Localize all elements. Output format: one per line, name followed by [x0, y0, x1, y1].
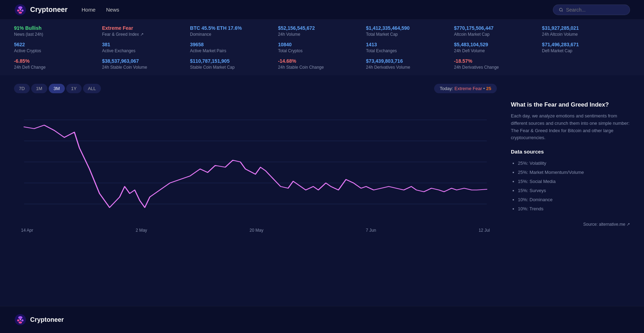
data-sources-list: 25%: Volatility 25%: Market Momentum/Vol…: [511, 159, 630, 213]
nav-home[interactable]: Home: [82, 7, 96, 13]
svg-point-18: [20, 319, 21, 320]
fear-greed-chart: [14, 99, 497, 225]
data-sources-title: Data sources: [511, 149, 630, 155]
fear-today-badge: Today: Extreme Fear • 25: [434, 84, 497, 93]
svg-line-7: [562, 11, 563, 11]
stat-altcoin-cap: $770,175,506,447 Altcoin Market Cap: [454, 25, 542, 37]
x-label-jun: 7 Jun: [366, 228, 376, 233]
stat-altcoin-volume: $31,927,285,021 24h Altcoin Volume: [542, 25, 630, 37]
logo-icon: [14, 4, 27, 16]
x-label-may20: 20 May: [249, 228, 263, 233]
stat-defi-change: -6.85% 24h Defi Change: [14, 58, 102, 70]
stat-fear-greed: Extreme Fear Fear & Greed Index ↗: [102, 25, 190, 37]
svg-point-16: [21, 319, 23, 321]
logo-area: Cryptoneer: [14, 4, 68, 16]
stat-active-cryptos: 5622 Active Cryptos: [14, 42, 102, 53]
search-bar[interactable]: [553, 5, 630, 15]
stat-defi-market-cap: $71,496,283,671 Defi Market Cap: [542, 42, 630, 53]
x-label-may2: 2 May: [136, 228, 147, 233]
source-volatility: 25%: Volatility: [518, 159, 630, 168]
svg-point-6: [560, 8, 562, 11]
time-btn-1y[interactable]: 1Y: [66, 84, 82, 93]
svg-point-5: [20, 9, 21, 11]
source-trends: 10%: Trends: [518, 204, 630, 213]
stat-total-cryptos: 10840 Total Cryptos: [278, 42, 366, 53]
time-btn-3m[interactable]: 3M: [49, 84, 65, 93]
source-link: Source: alternative.me ↗: [511, 222, 630, 227]
stat-bullish: 91% Bullish News (last 24h): [14, 25, 102, 37]
info-title: What is the Fear and Greed Index?: [511, 101, 630, 108]
search-icon: [559, 7, 563, 12]
svg-point-1: [18, 6, 22, 9]
stats-row-1: 91% Bullish News (last 24h) Extreme Fear…: [14, 25, 630, 37]
chart-container: [14, 99, 497, 225]
stat-active-market-pairs: 39658 Active Market Pairs: [190, 42, 278, 53]
time-controls: 7D 1M 3M 1Y ALL Today: Extreme Fear • 25: [14, 84, 497, 93]
footer-logo-icon: [14, 313, 27, 326]
stat-stable-change: -14.68% 24h Stable Coin Change: [278, 58, 366, 70]
x-axis-labels: 14 Apr 2 May 20 May 7 Jun 12 Jul: [14, 225, 497, 233]
svg-point-14: [18, 316, 22, 319]
navbar: Cryptoneer Home News: [0, 0, 644, 20]
stat-defi-volume: $5,483,104,529 24h Defi Volume: [454, 42, 542, 53]
nav-news[interactable]: News: [106, 7, 119, 13]
x-label-apr: 14 Apr: [21, 228, 33, 233]
search-input[interactable]: [566, 7, 624, 13]
source-dominance: 10%: Dominance: [518, 195, 630, 204]
stat-dominance: BTC 45.5% ETH 17.6% Dominance: [190, 25, 278, 37]
stats-section: 91% Bullish News (last 24h) Extreme Fear…: [0, 20, 644, 75]
stats-row-2: 5622 Active Cryptos 381 Active Exchanges…: [14, 42, 630, 53]
source-surveys: 15%: Surveys: [518, 186, 630, 195]
logo-text: Cryptoneer: [30, 6, 68, 14]
svg-point-2: [17, 9, 19, 12]
time-btn-1m[interactable]: 1M: [31, 84, 47, 93]
stat-deriv-change: -18.57% 24h Derivatives Change: [454, 58, 542, 70]
nav-links: Home News: [82, 7, 553, 13]
svg-point-4: [19, 12, 22, 14]
info-panel: What is the Fear and Greed Index? Each d…: [511, 84, 630, 233]
alternative-me-link[interactable]: Source: alternative.me ↗: [583, 222, 630, 227]
stat-stable-volume: $38,537,963,067 24h Stable Coin Volume: [102, 58, 190, 70]
info-description: Each day, we analyze emotions and sentim…: [511, 113, 630, 142]
stat-deriv-volume: $73,439,803,716 24h Derivatives Volume: [366, 58, 454, 70]
svg-point-3: [21, 9, 23, 12]
stat-stable-cap: $110,787,151,905 Stable Coin Market Cap: [190, 58, 278, 70]
stat-active-exchanges: 381 Active Exchanges: [102, 42, 190, 53]
chart-area: 7D 1M 3M 1Y ALL Today: Extreme Fear • 25: [14, 84, 497, 233]
x-label-jul: 12 Jul: [479, 228, 490, 233]
footer: Cryptoneer: [0, 306, 644, 333]
time-btn-7d[interactable]: 7D: [14, 84, 30, 93]
stats-row-3: -6.85% 24h Defi Change $38,537,963,067 2…: [14, 58, 630, 70]
stat-total-market-cap: $1,412,335,464,590 Total Market Cap: [366, 25, 454, 37]
source-momentum: 25%: Market Momentum/Volume: [518, 168, 630, 177]
source-social: 15%: Social Media: [518, 177, 630, 186]
stat-total-exchanges: 1413 Total Exchanges: [366, 42, 454, 53]
main-content: 7D 1M 3M 1Y ALL Today: Extreme Fear • 25: [0, 75, 644, 241]
stat-24h-volume: $52,156,545,672 24h Volume: [278, 25, 366, 37]
svg-point-15: [17, 319, 19, 321]
time-btn-all[interactable]: ALL: [83, 84, 101, 93]
svg-point-17: [19, 321, 22, 324]
time-buttons: 7D 1M 3M 1Y ALL: [14, 84, 101, 93]
footer-logo-text: Cryptoneer: [30, 316, 64, 324]
stat-empty: [542, 58, 630, 70]
